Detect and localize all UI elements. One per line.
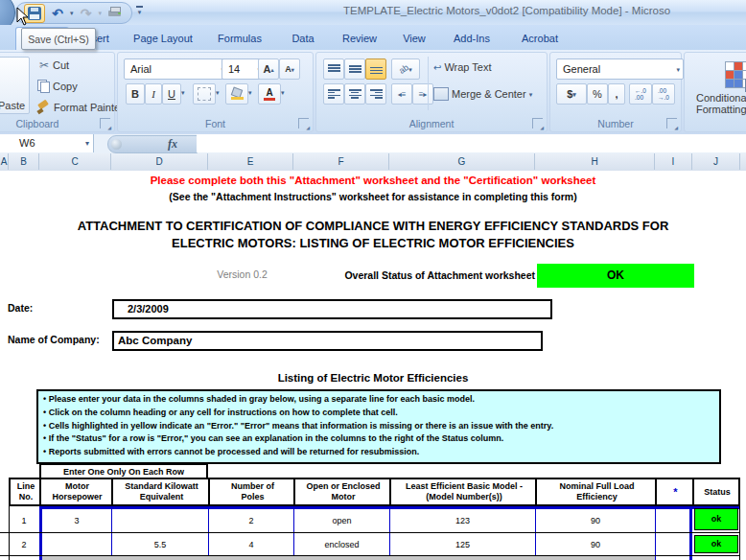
underline-button[interactable]: U (162, 83, 181, 105)
header-status[interactable]: Status (694, 479, 740, 504)
number-dialog-launcher[interactable] (666, 118, 677, 128)
tab-review[interactable]: Review (334, 27, 385, 50)
print-icon (107, 7, 122, 19)
orientation-button[interactable]: ab ▾ (391, 58, 420, 80)
instructions-box: • Please enter your data in the columns … (36, 389, 721, 464)
font-color-icon: A (264, 88, 275, 101)
tab-view[interactable]: View (393, 27, 435, 50)
column-header-J[interactable]: J (692, 153, 740, 170)
column-header-B[interactable]: B (9, 153, 39, 170)
alignment-dialog-launcher[interactable] (532, 118, 543, 128)
align-bottom-button[interactable] (365, 58, 386, 80)
increase-decimal-button[interactable]: ←.0 .00 (629, 83, 652, 105)
date-input-cell[interactable]: 2/3/2009 (112, 299, 552, 319)
merge-center-button[interactable]: Merge & Center ▾ (433, 87, 532, 101)
fill-color-dropdown[interactable]: ▾ (248, 89, 252, 96)
bold-button[interactable]: B (126, 83, 145, 105)
align-middle-button[interactable] (344, 58, 365, 80)
redo-dropdown[interactable]: ▾ (99, 10, 103, 16)
tab-page-layout[interactable]: Page Layout (125, 27, 201, 50)
status-cell[interactable]: ok (694, 508, 738, 530)
fill-color-button[interactable] (225, 83, 248, 105)
merge-center-label: Merge & Center (452, 88, 526, 100)
tab-acrobat[interactable]: Acrobat (510, 27, 570, 50)
print-button[interactable] (105, 5, 124, 22)
cell-horsepower[interactable]: 3 (42, 516, 111, 525)
clipboard-dialog-launcher[interactable] (100, 118, 110, 128)
number-format-dropdown-icon: ▾ (676, 66, 680, 73)
underline-dropdown[interactable]: ▾ (181, 89, 185, 96)
insert-function-icon: fx (168, 137, 177, 152)
overall-status-value: OK (537, 264, 694, 288)
cell-kilowatt[interactable]: 5.5 (112, 540, 208, 549)
window-title: TEMPLATE_Electric Motors_v0dot2 [Compati… (343, 5, 670, 16)
tab-add-ins[interactable]: Add-Ins (443, 27, 501, 50)
formula-input[interactable] (197, 134, 746, 152)
font-color-button[interactable]: A (258, 83, 281, 105)
column-header-A[interactable]: A (0, 153, 9, 170)
instruction-bullet: • Click on the column heading or any cel… (43, 407, 714, 420)
conditional-formatting-button[interactable]: ⋜ Conditional Formatting (696, 57, 746, 115)
cell-efficiency[interactable]: 90 (536, 516, 655, 525)
font-dialog-launcher[interactable] (298, 118, 309, 128)
increase-indent-button[interactable]: ≡▸ (412, 83, 433, 105)
cell-poles[interactable]: 2 (209, 516, 293, 525)
decrease-decimal-button[interactable]: .00 →.0 (652, 83, 675, 105)
column-header-C[interactable]: C (39, 153, 111, 170)
name-box[interactable]: W6 ▾ (0, 134, 94, 152)
undo-button[interactable]: ↶ (48, 5, 67, 22)
tab-formulas[interactable]: Formulas (209, 27, 270, 50)
company-input-cell[interactable]: Abc Company (112, 331, 543, 351)
font-color-dropdown[interactable]: ▾ (281, 89, 285, 96)
header-asterisk[interactable]: * (657, 479, 694, 504)
empty-entry-row[interactable] (42, 556, 655, 560)
column-header-D[interactable]: D (111, 153, 208, 170)
align-right-button[interactable] (365, 83, 386, 105)
header-number-of-poles[interactable]: Number of Poles (210, 479, 295, 504)
cell-efficiency[interactable]: 90 (536, 540, 655, 549)
cell-open-enclosed[interactable]: enclosed (294, 540, 389, 549)
header-nominal-efficiency[interactable]: Nominal Full Load Efficiency (537, 479, 657, 504)
cell-poles[interactable]: 4 (209, 540, 293, 549)
align-top-button[interactable] (323, 58, 344, 80)
header-standard-kilowatt[interactable]: Standard Kilowatt Equivalent (113, 479, 210, 504)
comma-button[interactable]: , (608, 83, 625, 105)
column-header-H[interactable]: H (535, 153, 655, 170)
orientation-icon: ab (397, 62, 410, 76)
align-left-button[interactable] (323, 83, 344, 105)
currency-button[interactable]: $ ▾ (556, 83, 587, 105)
grow-font-button[interactable]: A▴ (258, 58, 279, 80)
italic-button[interactable]: I (145, 83, 162, 105)
wrap-text-button[interactable]: ↩ Wrap Text (433, 61, 492, 73)
percent-button[interactable]: % (587, 83, 608, 105)
redo-button[interactable]: ↷ (77, 5, 96, 22)
header-line-no[interactable]: Line No. (11, 479, 41, 504)
format-painter-button[interactable]: Format Painter (37, 101, 124, 113)
borders-button[interactable] (193, 83, 216, 105)
cut-button[interactable]: ✂ Cut (39, 58, 69, 72)
decrease-indent-button[interactable]: ◂≡ (391, 83, 412, 105)
cell-model[interactable]: 123 (390, 516, 535, 525)
overall-status-label: Overall Status of Attachment worksheet (307, 269, 535, 281)
cell-open-enclosed[interactable]: open (294, 516, 389, 525)
number-format-combo[interactable]: General ▾ (556, 58, 684, 80)
undo-dropdown[interactable]: ▾ (70, 10, 74, 16)
status-cell[interactable]: ok (694, 535, 738, 553)
column-header-F[interactable]: F (293, 153, 389, 170)
font-family-combo[interactable]: Arial ▾ (124, 58, 228, 80)
cell-model[interactable]: 125 (390, 540, 535, 549)
column-header-E[interactable]: E (208, 153, 293, 170)
align-center-button[interactable] (344, 83, 365, 105)
borders-dropdown[interactable]: ▾ (216, 89, 220, 96)
shrink-font-button[interactable]: A▾ (279, 58, 300, 80)
tab-data[interactable]: Data (280, 27, 326, 50)
copy-button[interactable]: Copy (37, 80, 78, 92)
header-basic-model[interactable]: Least Efficient Basic Model - (Model Num… (391, 479, 537, 504)
column-header-G[interactable]: G (389, 153, 535, 170)
qat-customize-button[interactable]: ▾ (136, 6, 143, 15)
insert-function-area[interactable]: fx (107, 135, 198, 153)
paste-button[interactable]: Paste (0, 57, 30, 114)
header-open-enclosed[interactable]: Open or Enclosed Motor (295, 479, 391, 504)
column-header-I[interactable]: I (655, 153, 692, 170)
header-motor-horsepower[interactable]: Motor Horsepower (41, 479, 113, 504)
